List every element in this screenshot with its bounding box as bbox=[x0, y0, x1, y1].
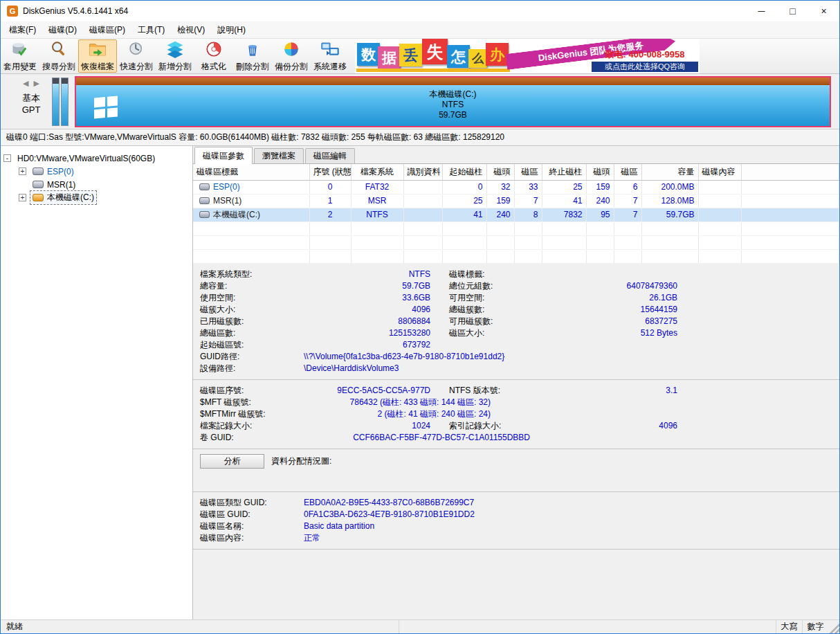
toolbar-button-quick-partition[interactable]: 快速分割 bbox=[117, 39, 156, 73]
tab-sector-edit[interactable]: 磁區編輯 bbox=[305, 148, 355, 163]
menu-item-tools[interactable]: 工具(T) bbox=[131, 21, 171, 38]
resize-grip[interactable] bbox=[828, 620, 839, 633]
table-cell bbox=[698, 180, 741, 194]
prev-disk-arrow-icon[interactable]: ◀ bbox=[23, 79, 28, 88]
tab-bar: 磁碟區參數 瀏覽檔案 磁區編輯 bbox=[193, 146, 839, 164]
column-header[interactable]: 磁碟內容 bbox=[698, 164, 741, 180]
partition-type-guid-value: EBD0A0A2-B9E5-4433-87C0-68B6B72699C7 bbox=[304, 497, 474, 509]
ad-tile[interactable]: 办 bbox=[486, 43, 509, 66]
ad-tile[interactable]: 么 bbox=[468, 49, 487, 68]
allocation-map-area bbox=[200, 469, 839, 487]
disk-map-msr-bar[interactable] bbox=[61, 78, 69, 126]
expand-icon[interactable]: + bbox=[19, 167, 26, 175]
close-button[interactable]: × bbox=[808, 1, 839, 21]
table-cell: 6 bbox=[614, 180, 641, 194]
table-cell: 25 bbox=[442, 194, 486, 208]
table-cell: 8 bbox=[514, 208, 542, 221]
minimize-button[interactable]: ─ bbox=[746, 1, 777, 21]
tree-item-label: 本機磁碟(C:) bbox=[47, 192, 94, 203]
toolbar-button-delete-partition[interactable]: 刪除分割 bbox=[233, 39, 272, 73]
table-cell: FAT32 bbox=[351, 180, 403, 194]
collapse-icon[interactable]: - bbox=[3, 154, 11, 162]
partition-label-cell[interactable]: ESP(0) bbox=[193, 180, 309, 194]
ad-tile[interactable]: 丢 bbox=[399, 44, 422, 66]
partition-label-cell[interactable]: MSR(1) bbox=[193, 194, 309, 208]
column-header[interactable]: 識別資料 bbox=[403, 164, 442, 180]
ad-qq-button[interactable]: 或点击此处选择QQ咨询 bbox=[592, 62, 698, 72]
tab-partition-params[interactable]: 磁碟區參數 bbox=[194, 147, 253, 164]
expand-icon[interactable]: + bbox=[19, 194, 26, 201]
fs-type-label: 檔案系統類型: bbox=[200, 269, 304, 280]
ad-tile[interactable]: 失 bbox=[422, 39, 448, 64]
toolbar-button-new-partition[interactable]: 新增分割 bbox=[156, 39, 194, 73]
tree-root-label: HD0:VMware,VMwareVirtualS(60GB) bbox=[17, 154, 155, 163]
partition-bar-size: 59.7GB bbox=[439, 110, 467, 120]
menu-item-partition[interactable]: 磁碟區(P) bbox=[83, 21, 131, 38]
table-row[interactable]: 本機磁碟(C:)2NTFS412408783295759.7GB bbox=[193, 208, 839, 221]
partition-icon bbox=[33, 181, 44, 188]
partition-bar-fs: NTFS bbox=[442, 100, 464, 110]
disk-map: ◀ ▶ 基本 GPT 本機磁碟(C:) NTFS 59.7GB bbox=[1, 74, 839, 129]
column-header[interactable]: 磁碟區標籤 bbox=[193, 164, 309, 180]
allocation-map-label: 資料分配情況圖: bbox=[271, 455, 331, 467]
tab-browse-files[interactable]: 瀏覽檔案 bbox=[254, 148, 304, 163]
tree-item-msr[interactable]: MSR(1) bbox=[3, 178, 190, 191]
toolbar-button-search-partition[interactable]: 搜尋分割 bbox=[39, 39, 78, 73]
column-header[interactable]: 磁頭 bbox=[486, 164, 514, 180]
ad-banner[interactable]: 数 据 丢 失 怎 么 办 DiskGenius 团队为您服务 致电: 400-… bbox=[355, 39, 700, 73]
cluster-size-value: 4096 bbox=[304, 304, 430, 316]
menu-item-disk[interactable]: 磁碟(D) bbox=[42, 21, 83, 38]
status-caps-indicator: 大寫 bbox=[776, 620, 802, 633]
toolbar-button-format[interactable]: 格式化 bbox=[194, 39, 233, 73]
toolbar-button-backup-partition[interactable]: 備份分割 bbox=[272, 39, 311, 73]
tree-item-local-disk-c[interactable]: + 本機磁碟(C:) bbox=[3, 191, 190, 204]
column-header[interactable]: 檔案系統 bbox=[351, 164, 403, 180]
next-disk-arrow-icon[interactable]: ▶ bbox=[34, 79, 39, 88]
table-row[interactable]: ESP(0)0FAT3203233251596200.0MB bbox=[193, 180, 839, 194]
column-header[interactable]: 磁頭 bbox=[586, 164, 614, 180]
total-clusters-value: 15644159 bbox=[553, 304, 677, 316]
menu-item-help[interactable]: 說明(H) bbox=[211, 21, 252, 38]
ad-tile[interactable]: 数 bbox=[357, 43, 380, 66]
toolbar: 套用變更 搜尋分割 恢復檔案 快速分割 新增分割 格式化 刪除分割 備份分割 bbox=[1, 38, 839, 74]
column-header[interactable]: 容量 bbox=[641, 164, 698, 180]
toolbar-button-apply-changes[interactable]: 套用變更 bbox=[1, 39, 39, 73]
table-cell: 7832 bbox=[542, 208, 586, 221]
ad-shelf-decoration bbox=[356, 69, 510, 72]
partition-label-cell[interactable]: 本機磁碟(C:) bbox=[193, 208, 309, 221]
free-space-label: 可用空間: bbox=[449, 292, 553, 304]
table-cell bbox=[403, 194, 442, 208]
menu-item-file[interactable]: 檔案(F) bbox=[3, 21, 42, 38]
ntfs-version-label: NTFS 版本號: bbox=[449, 385, 553, 397]
column-header[interactable]: 起始磁柱 bbox=[442, 164, 486, 180]
table-cell: 159 bbox=[486, 194, 514, 208]
menu-bar: 檔案(F) 磁碟(D) 磁碟區(P) 工具(T) 檢視(V) 說明(H) bbox=[1, 21, 839, 38]
toolbar-button-recover-files[interactable]: 恢復檔案 bbox=[78, 39, 117, 73]
total-capacity-label: 總容量: bbox=[200, 280, 304, 292]
maximize-button[interactable]: □ bbox=[777, 1, 808, 21]
menu-item-view[interactable]: 檢視(V) bbox=[171, 21, 211, 38]
disk-nav: ◀ ▶ 基本 GPT bbox=[10, 78, 52, 126]
apply-changes-icon bbox=[11, 40, 29, 60]
toolbar-button-system-migration[interactable]: 系統遷移 bbox=[311, 39, 349, 73]
table-row[interactable]: MSR(1)1MSR251597412407128.0MB bbox=[193, 194, 839, 208]
tree-root-disk[interactable]: - HD0:VMware,VMwareVirtualS(60GB) bbox=[3, 152, 190, 165]
format-icon bbox=[205, 40, 223, 60]
ad-tile[interactable]: 怎 bbox=[447, 45, 470, 68]
ad-tile[interactable]: 据 bbox=[378, 46, 401, 69]
disk-map-partition-c[interactable]: 本機磁碟(C:) NTFS 59.7GB bbox=[75, 76, 831, 127]
disk-map-esp-bar[interactable] bbox=[52, 78, 60, 126]
column-header[interactable]: 終止磁柱 bbox=[542, 164, 586, 180]
tree-item-esp[interactable]: + ESP(0) bbox=[3, 165, 190, 178]
column-header[interactable]: 磁區 bbox=[614, 164, 641, 180]
analyze-button[interactable]: 分析 bbox=[200, 454, 264, 469]
partition-content-value: 正常 bbox=[304, 532, 320, 544]
analysis-section: 分析 資料分配情況圖: bbox=[193, 449, 839, 492]
ntfs-version-value: 3.1 bbox=[553, 385, 677, 397]
column-header[interactable]: 磁區 bbox=[514, 164, 542, 180]
table-header-row: 磁碟區標籤 序號 (狀態) 檔案系統 識別資料 起始磁柱 磁頭 磁區 終止磁柱 … bbox=[193, 164, 839, 180]
sector-size-value: 512 Bytes bbox=[553, 327, 677, 339]
column-header[interactable]: 序號 (狀態) bbox=[309, 164, 351, 180]
start-sector-label: 起始磁區號: bbox=[200, 339, 304, 351]
table-cell: NTFS bbox=[351, 208, 403, 221]
